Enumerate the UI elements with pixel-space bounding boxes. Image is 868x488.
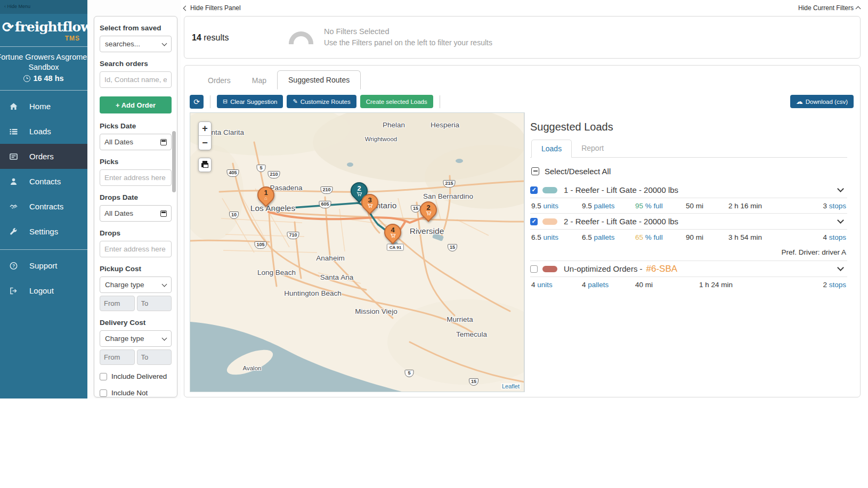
drops-date-input[interactable]: All Dates — [100, 205, 172, 222]
highway-shield: 605 — [319, 201, 331, 208]
unoptimized-checkbox[interactable] — [530, 265, 538, 273]
units-link[interactable]: units — [537, 281, 553, 289]
clear-suggestion-button[interactable]: ⊟Clear Suggestion — [217, 95, 283, 108]
calendar-icon — [160, 139, 167, 145]
routes-map[interactable]: Santa Clarita Wrightwood Phelan Hesperia… — [190, 112, 524, 392]
units-link[interactable]: units — [543, 202, 559, 210]
session-time: 16 48 hs — [33, 74, 63, 84]
hide-current-filters-link[interactable]: Hide Current Filters — [798, 4, 860, 12]
pallets-link[interactable]: pallets — [594, 233, 615, 241]
search-orders-input[interactable] — [100, 71, 172, 88]
card-icon — [9, 152, 18, 161]
units-link[interactable]: units — [543, 233, 559, 241]
tab-orders[interactable]: Orders — [197, 71, 241, 90]
load-title: 2 - Reefer - Lift Gate - 20000 lbs — [564, 217, 678, 226]
order-id-badge[interactable]: #6-SBA — [646, 264, 678, 274]
chevron-up-icon — [856, 6, 861, 12]
select-all-label: Select/Deselect All — [545, 167, 611, 176]
refresh-button[interactable]: ⟳ — [190, 95, 204, 109]
sidebar-item-contacts[interactable]: Contacts — [0, 169, 87, 194]
pallets-link[interactable]: pallets — [588, 281, 609, 289]
cart-icon — [356, 192, 362, 197]
saved-searches-select[interactable]: searches... — [100, 36, 172, 52]
highway-shield: 215 — [443, 180, 455, 188]
map-print-button[interactable] — [198, 158, 212, 172]
include-not-available-branches-checkbox[interactable] — [100, 389, 107, 397]
freightflow-logo-icon: ⟳ — [2, 20, 14, 34]
leaflet-attribution-link[interactable]: Leaflet — [501, 383, 521, 389]
stops-link[interactable]: stops — [829, 281, 846, 289]
filters-scrollbar[interactable] — [172, 18, 176, 395]
stops-link[interactable]: stops — [829, 202, 846, 210]
sidebar-item-loads[interactable]: Loads — [0, 119, 87, 144]
stops-link[interactable]: stops — [829, 233, 846, 241]
minus-square-icon: ⊟ — [223, 98, 228, 105]
question-circle-icon: ? — [9, 262, 18, 270]
sidebar-item-support[interactable]: ? Support — [0, 253, 87, 278]
tab-map[interactable]: Map — [241, 71, 277, 90]
load-title: 1 - Reefer - Lift Gate - 20000 lbs — [564, 185, 678, 194]
no-filters-hint: Use the Filters panel on the left to fil… — [324, 38, 492, 47]
results-count: 14 results — [192, 33, 229, 43]
divider — [440, 95, 440, 108]
hide-filters-panel-link[interactable]: Hide Filters Panel — [184, 4, 241, 12]
drops-date-label: Drops Date — [100, 193, 172, 201]
sidebar-item-contracts[interactable]: Contracts — [0, 194, 87, 219]
list-icon — [9, 127, 18, 136]
pickup-cost-label: Pickup Cost — [100, 265, 172, 273]
sidebar-item-home[interactable]: Home — [0, 94, 87, 119]
create-selected-loads-button[interactable]: Create selected Loads — [360, 95, 433, 108]
include-delivered-checkbox[interactable] — [100, 373, 107, 380]
pickup-cost-to-input[interactable] — [137, 296, 172, 311]
map-geography — [190, 113, 524, 392]
zoom-out-button[interactable]: − — [199, 136, 211, 150]
map-city-label: Los Angeles — [250, 204, 295, 213]
duration-value: 1 h 24 min — [699, 281, 811, 289]
delivery-cost-from-input[interactable] — [100, 349, 135, 365]
load-1-checkbox[interactable] — [530, 186, 538, 194]
delivery-cost-select[interactable]: Charge type — [100, 330, 172, 347]
logout-icon — [9, 287, 18, 295]
sidebar-nav: Home Loads Orders Contacts Contracts Set… — [0, 91, 87, 244]
pickup-cost-from-input[interactable] — [100, 296, 135, 311]
cart-icon — [426, 211, 432, 216]
sidebar-item-logout[interactable]: Logout — [0, 278, 87, 303]
pallets-link[interactable]: pallets — [594, 202, 615, 210]
expand-chevron-icon[interactable] — [837, 217, 844, 224]
load-color-pill — [542, 218, 557, 225]
full-link[interactable]: % full — [645, 202, 663, 210]
saved-searches-label: Select from saved — [100, 24, 172, 32]
tab-suggested-routes[interactable]: Suggested Routes — [277, 70, 361, 90]
load-color-pill — [542, 187, 557, 193]
picks-label: Picks — [100, 158, 172, 166]
expand-chevron-icon[interactable] — [837, 185, 844, 192]
tab-loads[interactable]: Loads — [531, 140, 572, 158]
suggested-loads-panel: Suggested Loads Loads Report Select/Dese… — [524, 112, 855, 392]
hide-menu-link[interactable]: ‹ Hide Menu — [0, 0, 87, 14]
map-city-label: Avalon — [243, 365, 262, 371]
full-link[interactable]: % full — [645, 233, 663, 241]
pickup-cost-select[interactable]: Charge type — [100, 276, 172, 293]
add-order-button[interactable]: + Add Order — [100, 96, 172, 113]
expand-chevron-icon[interactable] — [837, 264, 844, 271]
map-city-label: San Bernardino — [423, 192, 473, 200]
company-name: Fortune Growers Asgromex — [0, 52, 87, 62]
drops-address-input[interactable] — [100, 241, 172, 257]
zoom-in-button[interactable]: + — [199, 122, 211, 136]
customize-routes-button[interactable]: ✎Customize Routes — [287, 95, 356, 108]
tab-report[interactable]: Report — [572, 140, 613, 158]
delivery-cost-to-input[interactable] — [137, 349, 172, 365]
no-filters-title: No Filters Selected — [324, 27, 492, 36]
download-csv-button[interactable]: ☁↓Download (csv) — [790, 95, 854, 108]
picks-address-input[interactable] — [100, 169, 172, 186]
sidebar-item-orders[interactable]: Orders — [0, 144, 87, 169]
map-city-label: Huntington Beach — [284, 289, 341, 297]
miles-value: 90 mi — [686, 233, 728, 241]
picks-date-input[interactable]: All Dates — [100, 134, 172, 150]
load-2-checkbox[interactable] — [530, 218, 538, 225]
wrench-icon — [9, 227, 18, 236]
sidebar: ‹ Hide Menu ⟳ freightflow TMS Fortune Gr… — [0, 0, 87, 398]
select-deselect-all-checkbox[interactable] — [531, 167, 539, 175]
sidebar-item-settings[interactable]: Settings — [0, 219, 87, 244]
brand-logo: ⟳ freightflow — [0, 14, 87, 35]
